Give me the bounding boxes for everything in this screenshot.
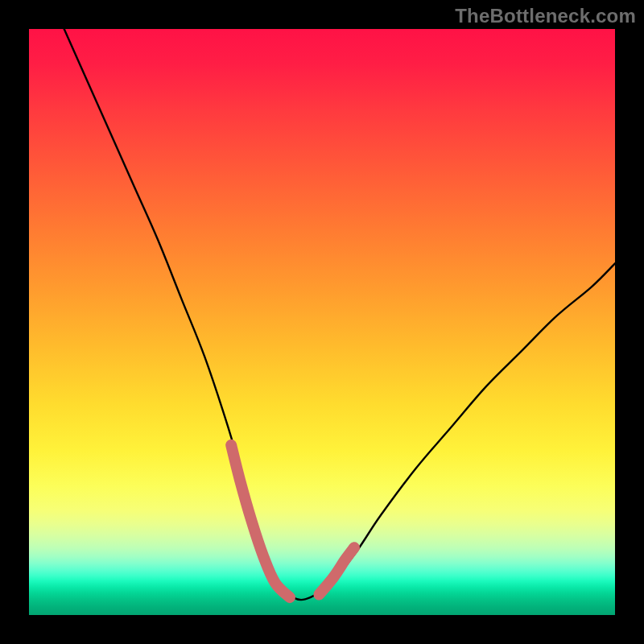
highlight-segment: [319, 547, 354, 594]
chart-frame: TheBottleneck.com: [0, 0, 644, 644]
watermark-text: TheBottleneck.com: [455, 5, 636, 27]
highlight-segments: [231, 445, 354, 597]
bottleneck-curve: [64, 29, 615, 600]
curve-layer: [29, 29, 615, 615]
highlight-segment: [231, 445, 290, 597]
plot-area: [29, 29, 615, 615]
